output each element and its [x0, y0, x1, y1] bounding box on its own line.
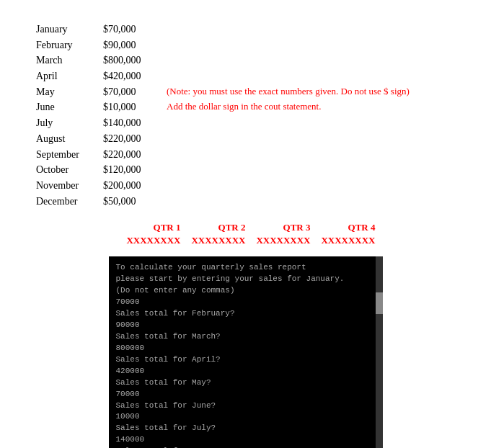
month-amount: $90,000 [103, 37, 161, 53]
note-line2: Add the dollar sign in the cout statemen… [167, 99, 321, 115]
terminal-line: 420000 [116, 366, 376, 377]
note-line1: (Note: you must use the exact numbers gi… [167, 84, 410, 100]
month-amount: $200,000 [103, 178, 161, 194]
report-header-cell: QTR 3 [246, 222, 311, 233]
terminal-line: 800000 [116, 343, 376, 354]
month-amount: $70,000 [103, 84, 161, 100]
terminal-line: Sales total for June? [116, 400, 376, 412]
month-row: May$70,000(Note: you must use the exact … [36, 84, 469, 100]
scrollbar[interactable] [376, 256, 383, 448]
month-name: March [36, 53, 97, 68]
report-data-cell: XXXXXXXX [311, 235, 376, 246]
month-amount: $220,000 [103, 131, 161, 147]
month-row: September$220,000 [36, 147, 469, 163]
report-preview: QTR 1QTR 2QTR 3QTR 4 XXXXXXXXXXXXXXXXXXX… [22, 222, 469, 246]
month-row: October$120,000 [36, 162, 469, 178]
month-name: June [36, 99, 97, 115]
month-name: September [36, 147, 97, 163]
report-data-cell: XXXXXXXX [246, 235, 311, 246]
terminal-line: Sales total for February? [116, 308, 376, 320]
month-row: March$800,000 [36, 53, 469, 68]
month-row: April$420,000 [36, 68, 469, 84]
month-amount: $70,000 [103, 22, 161, 37]
report-header-cell: QTR 2 [181, 222, 246, 233]
terminal-line: Sales total for April? [116, 354, 376, 366]
month-name: August [36, 131, 97, 147]
month-row: August$220,000 [36, 131, 469, 147]
terminal-line: 10000 [116, 411, 376, 423]
report-header-cell: QTR 1 [116, 222, 181, 233]
month-name: November [36, 178, 97, 194]
month-amount: $140,000 [103, 115, 161, 131]
month-row: June$10,000Add the dollar sign in the co… [36, 99, 469, 115]
terminal-line: Sales total for May? [116, 377, 376, 389]
month-row: January$70,000 [36, 22, 469, 37]
scrollbar-thumb [376, 292, 383, 314]
month-name: May [36, 84, 97, 100]
month-amount: $120,000 [103, 162, 161, 178]
month-name: January [36, 22, 97, 37]
terminal-line: To calculate your quarterly sales report [116, 262, 376, 274]
report-data-cell: XXXXXXXX [116, 235, 181, 246]
month-row: February$90,000 [36, 37, 469, 53]
terminal-line: (Do not enter any commas) [116, 285, 376, 297]
terminal-line: Sales total for March? [116, 331, 376, 343]
data-table: January$70,000February$90,000March$800,0… [36, 22, 469, 209]
report-data-cell: XXXXXXXX [181, 235, 246, 246]
month-amount: $220,000 [103, 147, 161, 163]
month-name: December [36, 194, 97, 210]
month-amount: $420,000 [103, 68, 161, 84]
terminal-line: 140000 [116, 434, 376, 446]
month-row: November$200,000 [36, 178, 469, 194]
month-row: July$140,000 [36, 115, 469, 131]
terminal-line: 90000 [116, 320, 376, 331]
report-header-cell: QTR 4 [311, 222, 376, 233]
terminal-line: Sales total for July? [116, 423, 376, 434]
report-headers: QTR 1QTR 2QTR 3QTR 4 [22, 222, 469, 233]
month-name: October [36, 162, 97, 178]
terminal-window: To calculate your quarterly sales report… [109, 256, 383, 448]
month-amount: $10,000 [103, 99, 161, 115]
month-name: February [36, 37, 97, 53]
terminal-line: 70000 [116, 389, 376, 400]
terminal-lines: To calculate your quarterly sales report… [116, 262, 376, 448]
terminal-line: 70000 [116, 297, 376, 308]
month-amount: $50,000 [103, 194, 161, 210]
report-data-row: XXXXXXXXXXXXXXXXXXXXXXXXXXXXXXXX [22, 235, 469, 246]
month-row: December$50,000 [36, 194, 469, 210]
month-name: July [36, 115, 97, 131]
month-amount: $800,000 [103, 53, 161, 68]
terminal-line: please start by entering your sales for … [116, 274, 376, 285]
month-name: April [36, 68, 97, 84]
